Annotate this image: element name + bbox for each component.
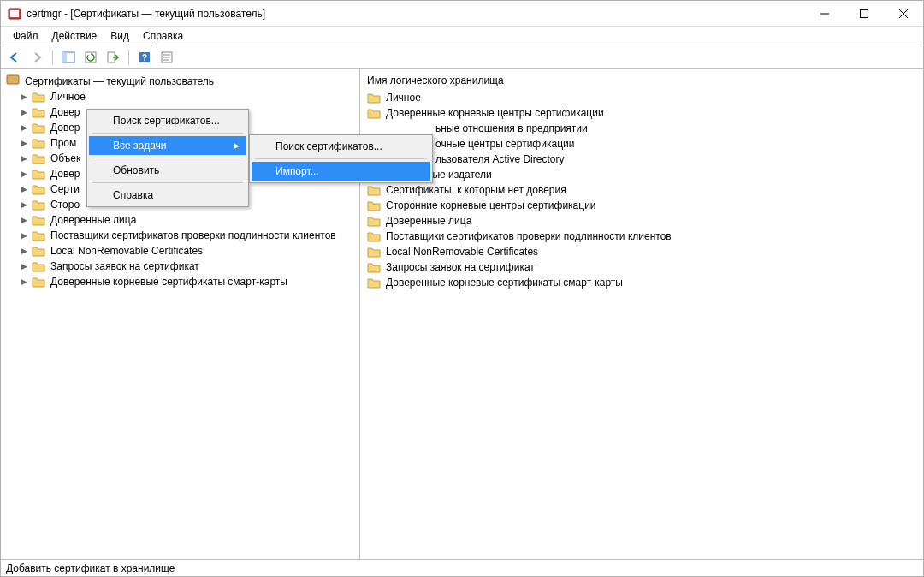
folder-icon <box>367 107 381 119</box>
export-button[interactable] <box>103 47 123 68</box>
show-hide-tree-button[interactable] <box>58 47 79 68</box>
list-pane: Имя логического хранилища Личное Доверен… <box>360 69 923 559</box>
menu-all-tasks[interactable]: Все задачи ▶ <box>89 136 246 155</box>
folder-icon <box>367 215 381 227</box>
list-item[interactable]: Поставщики сертификатов проверки подлинн… <box>365 229 923 244</box>
menu-separator <box>92 158 243 158</box>
expand-icon[interactable]: ▶ <box>20 92 28 101</box>
folder-icon <box>32 91 45 103</box>
tree-item[interactable]: ▶Поставщики сертификатов проверки подлин… <box>20 228 359 243</box>
titlebar: certmgr - [Сертификаты — текущий пользов… <box>1 1 923 27</box>
list-item[interactable]: льзователя Active Directory <box>365 152 923 167</box>
tree-item[interactable]: ▶Local NonRemovable Certificates <box>20 243 359 259</box>
submenu-arrow-icon: ▶ <box>234 141 240 150</box>
expand-icon[interactable]: ▶ <box>20 154 28 163</box>
folder-icon <box>32 229 45 241</box>
maximize-button[interactable] <box>844 1 884 26</box>
expand-icon[interactable]: ▶ <box>20 123 28 132</box>
expand-icon[interactable]: ▶ <box>20 139 28 147</box>
svg-line-5 <box>899 9 908 18</box>
window-controls <box>805 1 923 26</box>
menu-separator <box>255 158 427 159</box>
list-item[interactable]: Доверенные издатели <box>365 167 923 182</box>
app-icon <box>8 7 21 21</box>
close-button[interactable] <box>884 1 923 26</box>
list-item[interactable]: Запросы заявок на сертификат <box>365 259 923 275</box>
menu-help[interactable]: Справка <box>136 28 190 44</box>
folder-icon <box>32 137 45 149</box>
tree-root[interactable]: Сертификаты — текущий пользователь <box>4 73 359 89</box>
folder-icon <box>32 260 45 272</box>
list-item[interactable]: Доверенные корневые центры сертификации <box>365 105 923 121</box>
help-button[interactable]: ? <box>134 47 155 68</box>
list-body: Личное Доверенные корневые центры сертиф… <box>365 90 923 290</box>
toolbar-separator <box>128 50 129 65</box>
properties-button[interactable] <box>157 47 177 68</box>
folder-icon <box>32 106 45 118</box>
forward-button[interactable] <box>27 47 47 68</box>
menu-view[interactable]: Вид <box>104 28 136 44</box>
list-item[interactable]: Доверенные лица <box>365 213 923 229</box>
tree-item[interactable]: ▶Личное <box>20 89 359 104</box>
list-item[interactable]: Сторонние корневые центры сертификации <box>365 198 923 213</box>
expand-icon[interactable]: ▶ <box>20 185 28 193</box>
list-item[interactable]: ьные отношения в предприятии <box>365 121 923 136</box>
app-window: certmgr - [Сертификаты — текущий пользов… <box>0 0 924 577</box>
tree-item[interactable]: ▶Запросы заявок на сертификат <box>20 259 359 274</box>
svg-line-4 <box>899 9 908 18</box>
tree-item[interactable]: ▶Доверенные корневые сертификаты смарт-к… <box>20 274 359 289</box>
menubar: Файл Действие Вид Справка <box>1 27 923 45</box>
list-item[interactable]: очные центры сертификации <box>365 136 923 152</box>
menu-find-certificates[interactable]: Поиск сертификатов... <box>89 111 246 130</box>
list-item[interactable]: Local NonRemovable Certificates <box>365 244 923 259</box>
folder-icon <box>32 214 45 226</box>
svg-rect-1 <box>10 10 19 17</box>
list-item[interactable]: Сертификаты, к которым нет доверия <box>365 182 923 198</box>
expand-icon[interactable]: ▶ <box>20 247 28 255</box>
folder-icon <box>32 245 45 257</box>
folder-icon <box>32 276 45 288</box>
context-submenu: Поиск сертификатов... Импорт... <box>249 134 433 183</box>
menu-action[interactable]: Действие <box>45 28 104 44</box>
folder-icon <box>367 230 381 242</box>
certmgr-root-icon <box>6 74 20 88</box>
svg-rect-3 <box>861 9 868 17</box>
expand-icon[interactable]: ▶ <box>20 231 28 240</box>
menu-separator <box>92 182 243 183</box>
window-title: certmgr - [Сертификаты — текущий пользов… <box>27 8 805 20</box>
folder-icon <box>367 277 381 288</box>
folder-icon <box>367 199 381 211</box>
back-button[interactable] <box>4 47 25 68</box>
menu-file[interactable]: Файл <box>6 28 45 44</box>
list-item[interactable]: Личное <box>365 90 923 105</box>
folder-icon <box>32 152 45 164</box>
toolbar-separator <box>52 50 53 65</box>
menu-help[interactable]: Справка <box>89 186 246 205</box>
expand-icon[interactable]: ▶ <box>20 108 28 116</box>
folder-icon <box>367 261 381 273</box>
menu-refresh[interactable]: Обновить <box>89 161 246 180</box>
submenu-import[interactable]: Импорт... <box>252 162 430 181</box>
submenu-find-certificates[interactable]: Поиск сертификатов... <box>252 137 430 156</box>
expand-icon[interactable]: ▶ <box>20 170 28 178</box>
list-item[interactable]: Доверенные корневые сертификаты смарт-ка… <box>365 275 923 290</box>
expand-icon[interactable]: ▶ <box>20 200 28 209</box>
expand-icon[interactable]: ▶ <box>20 277 28 286</box>
tree-item[interactable]: ▶Доверенные лица <box>20 212 359 228</box>
svg-rect-7 <box>62 52 67 62</box>
expand-icon[interactable]: ▶ <box>20 216 28 224</box>
folder-icon <box>32 199 45 211</box>
svg-rect-16 <box>7 75 19 84</box>
folder-icon <box>32 122 45 134</box>
expand-icon[interactable]: ▶ <box>20 262 28 271</box>
folder-icon <box>367 246 381 258</box>
toolbar: ? <box>1 45 923 69</box>
column-header[interactable]: Имя логического хранилища <box>365 73 923 90</box>
menu-separator <box>92 133 243 134</box>
minimize-button[interactable] <box>805 1 844 26</box>
refresh-button[interactable] <box>80 47 101 68</box>
context-menu: Поиск сертификатов... Все задачи ▶ Обнов… <box>86 109 249 207</box>
folder-icon <box>32 168 45 180</box>
folder-icon <box>32 183 45 195</box>
svg-text:?: ? <box>142 53 147 62</box>
